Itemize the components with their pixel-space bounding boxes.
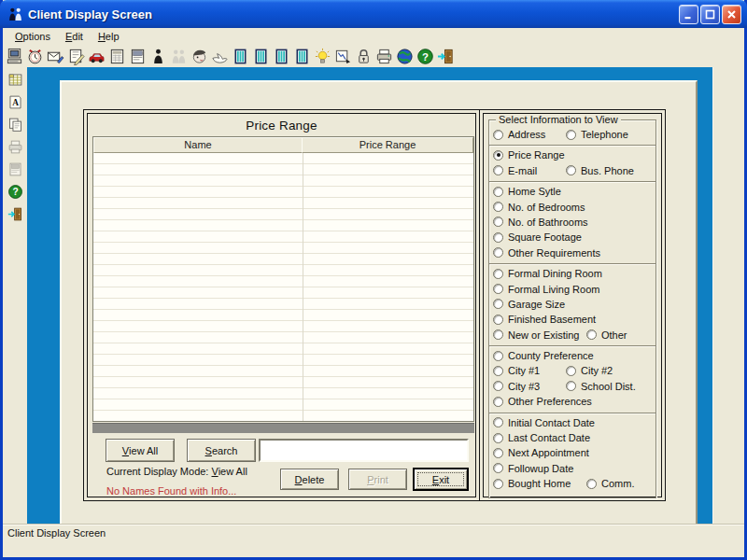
- radio-button-icon[interactable]: [586, 329, 597, 340]
- radio-home-sytle[interactable]: Home Sytle: [493, 186, 561, 197]
- radio-last-contact-date[interactable]: Last Contact Date: [493, 432, 590, 443]
- radio-comm[interactable]: Comm.: [586, 478, 634, 489]
- document-icon[interactable]: [127, 46, 148, 66]
- info-select-section: Select Information to View AddressTeleph…: [479, 109, 666, 501]
- help-icon[interactable]: ?: [6, 183, 24, 201]
- radio-formal-living-room[interactable]: Formal Living Room: [493, 284, 599, 295]
- radio-button-icon[interactable]: [586, 479, 597, 489]
- building-icon-2[interactable]: [250, 46, 271, 66]
- radio-button-icon[interactable]: [493, 269, 503, 279]
- radio-next-appointment[interactable]: Next Appointment: [493, 447, 589, 458]
- clock-icon[interactable]: [24, 46, 45, 66]
- radio-city-1[interactable]: City #1: [493, 365, 540, 376]
- radio-row: Last Contact Date: [489, 431, 655, 446]
- radio-button-icon[interactable]: [493, 217, 503, 227]
- radio-finished-basement[interactable]: Finished Basement: [493, 314, 596, 325]
- radio-label: Price Range: [508, 149, 565, 161]
- menu-edit[interactable]: Edit: [58, 30, 91, 44]
- close-button[interactable]: [722, 5, 741, 24]
- computer-icon[interactable]: [4, 46, 24, 66]
- radio-initial-contact-date[interactable]: Initial Contact Date: [493, 417, 595, 428]
- radio-button-icon[interactable]: [493, 479, 503, 489]
- radio-city-2[interactable]: City #2: [566, 365, 613, 376]
- radio-price-range[interactable]: Price Range: [493, 149, 565, 161]
- building-icon-4[interactable]: [291, 46, 312, 66]
- menu-options[interactable]: Options: [7, 30, 58, 44]
- radio-no-of-bathrooms[interactable]: No. of Bathrooms: [493, 217, 588, 228]
- maximize-button[interactable]: [700, 5, 720, 24]
- delete-button[interactable]: Delete: [280, 469, 339, 490]
- grid-icon[interactable]: [6, 71, 24, 89]
- building-icon-3[interactable]: [271, 46, 291, 66]
- radio-e-mail[interactable]: E-mail: [493, 165, 537, 176]
- menu-help[interactable]: Help: [91, 30, 127, 44]
- radio-button-icon[interactable]: [493, 315, 503, 325]
- lock-icon[interactable]: [353, 46, 374, 66]
- radio-bought-home[interactable]: Bought Home: [493, 478, 571, 489]
- radio-button-icon[interactable]: [493, 247, 503, 258]
- radio-new-or-existing[interactable]: New or Existing: [493, 329, 579, 341]
- radio-button-icon[interactable]: [493, 433, 503, 443]
- radio-address[interactable]: Address: [493, 129, 545, 140]
- clipboard-icon[interactable]: [6, 116, 24, 133]
- radio-other-requirements[interactable]: Other Requirements: [493, 247, 600, 259]
- radio-button-icon[interactable]: [493, 284, 503, 294]
- radio-button-icon[interactable]: [493, 130, 503, 140]
- font-icon[interactable]: A: [6, 93, 24, 111]
- help-icon[interactable]: ?: [415, 46, 435, 66]
- radio-button-icon[interactable]: [566, 366, 576, 376]
- search-button[interactable]: Search: [187, 439, 256, 462]
- radio-garage-size[interactable]: Garage Size: [493, 299, 565, 310]
- radio-button-icon[interactable]: [493, 202, 503, 212]
- exit-door-icon[interactable]: [435, 46, 456, 66]
- car-icon[interactable]: [86, 46, 106, 66]
- radio-other[interactable]: Other: [586, 329, 627, 341]
- notepad-icon[interactable]: [106, 46, 127, 66]
- exit-door-icon[interactable]: [6, 205, 24, 223]
- radio-button-icon[interactable]: [566, 165, 576, 175]
- radio-button-icon[interactable]: [493, 397, 503, 407]
- person-icon[interactable]: [148, 46, 168, 66]
- radio-button-icon[interactable]: [493, 187, 503, 197]
- radio-button-icon[interactable]: [493, 448, 503, 458]
- side-toolbar: A?: [3, 67, 27, 541]
- search-input[interactable]: [259, 439, 469, 462]
- radio-square-footage[interactable]: Square Footage: [493, 231, 582, 243]
- lightbulb-icon[interactable]: [312, 46, 332, 66]
- radio-no-of-bedrooms[interactable]: No. of Bedrooms: [493, 202, 585, 213]
- radio-formal-dining-room[interactable]: Formal Dining Room: [493, 268, 602, 279]
- radio-telephone[interactable]: Telephone: [566, 129, 628, 140]
- radio-school-dist[interactable]: School Dist.: [566, 381, 636, 392]
- radio-followup-date[interactable]: Followup Date: [493, 463, 573, 474]
- radio-button-icon[interactable]: [493, 417, 503, 427]
- radio-button-icon[interactable]: [493, 463, 503, 473]
- radio-button-icon[interactable]: [566, 381, 576, 391]
- grid-hscrollbar[interactable]: [92, 423, 474, 433]
- radio-button-icon[interactable]: [493, 329, 503, 340]
- radio-button-icon[interactable]: [493, 232, 503, 243]
- radio-button-icon[interactable]: [493, 366, 503, 376]
- radio-button-icon[interactable]: [493, 299, 503, 309]
- radio-button-icon[interactable]: [493, 150, 503, 161]
- radio-county-preference[interactable]: County Preference: [493, 350, 594, 361]
- radio-button-icon[interactable]: [493, 165, 503, 175]
- view-all-button[interactable]: View All: [106, 439, 175, 462]
- chart-icon[interactable]: [332, 46, 353, 66]
- exit-button[interactable]: Exit: [414, 469, 468, 490]
- bird-icon[interactable]: [209, 46, 230, 66]
- building-icon-1[interactable]: [230, 46, 250, 66]
- printer-icon[interactable]: [374, 46, 394, 66]
- radio-button-icon[interactable]: [493, 381, 503, 391]
- radio-other-preferences[interactable]: Other Preferences: [493, 396, 592, 407]
- radio-button-icon[interactable]: [493, 351, 503, 361]
- radio-city-3[interactable]: City #3: [493, 381, 540, 392]
- edit-note-icon[interactable]: [65, 46, 86, 66]
- minimize-button[interactable]: [679, 5, 698, 24]
- globe-icon[interactable]: [394, 46, 415, 66]
- radio-label: City #3: [508, 381, 540, 392]
- radio-bus-phone[interactable]: Bus. Phone: [566, 165, 634, 176]
- mail-icon[interactable]: [45, 46, 65, 66]
- radio-button-icon[interactable]: [566, 130, 576, 140]
- face-icon[interactable]: [189, 46, 209, 66]
- grid-body[interactable]: [93, 153, 473, 421]
